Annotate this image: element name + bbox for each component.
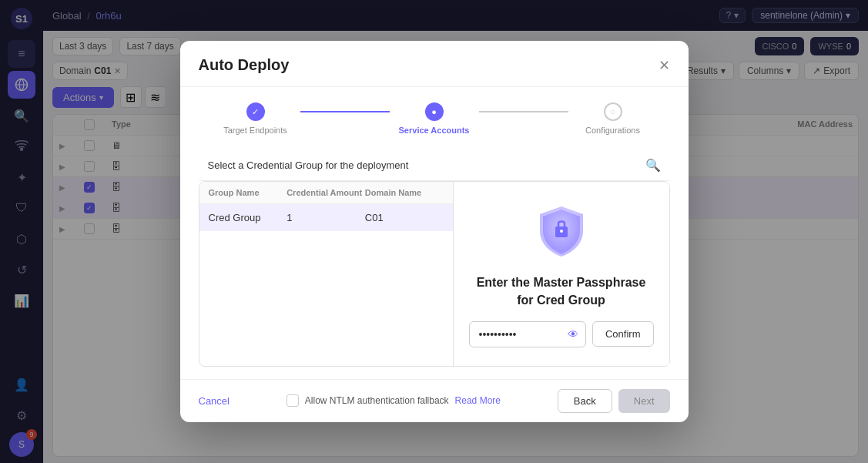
passphrase-title: Enter the Master Passphrase for Cred Gro… <box>469 274 654 309</box>
modal-header: Auto Deploy ✕ <box>180 41 689 87</box>
shield-lock-icon <box>531 200 592 262</box>
cred-group-name: Cred Group <box>209 212 287 223</box>
read-more-link[interactable]: Read More <box>455 395 501 406</box>
cred-amount: 1 <box>287 212 365 223</box>
credentials-section: Group Name Credential Amount Domain Name… <box>199 181 670 367</box>
step-line-1 <box>300 111 390 112</box>
step-2-service-accounts: ● Service Accounts <box>390 102 479 135</box>
next-button: Next <box>618 389 670 413</box>
step-line-2 <box>479 111 568 112</box>
step-1-circle: ✓ <box>246 102 265 121</box>
modal-footer: Cancel Allow NTLM authentication fallbac… <box>180 379 689 422</box>
step-3-label: Configurations <box>585 126 640 135</box>
passphrase-input-row: 👁 Confirm <box>469 321 654 347</box>
back-button[interactable]: Back <box>558 389 612 413</box>
passphrase-input-wrap: 👁 <box>469 321 586 347</box>
creds-table-header: Group Name Credential Amount Domain Name <box>199 182 453 204</box>
step-3-circle: ○ <box>604 102 622 121</box>
cred-domain: C01 <box>365 212 444 223</box>
creds-table: Group Name Credential Amount Domain Name… <box>199 182 454 366</box>
stepper: ✓ Target Endpoints ● Service Accounts ○ … <box>180 87 689 150</box>
select-header-text: Select a Credential Group for the deploy… <box>208 159 409 171</box>
footer-buttons: Back Next <box>558 389 670 413</box>
ntlm-label: Allow NTLM authentication fallback <box>305 395 449 406</box>
cred-group-row[interactable]: Cred Group 1 C01 <box>199 204 453 231</box>
auto-deploy-modal: Auto Deploy ✕ ✓ Target Endpoints ● Servi… <box>180 41 689 422</box>
col-cred-amount: Credential Amount <box>287 188 365 197</box>
cancel-button[interactable]: Cancel <box>199 395 230 407</box>
cred-group-select-header: Select a Credential Group for the deploy… <box>199 150 670 181</box>
modal-backdrop: Auto Deploy ✕ ✓ Target Endpoints ● Servi… <box>0 0 868 463</box>
passphrase-section: Enter the Master Passphrase for Cred Gro… <box>454 182 669 366</box>
modal-close-button[interactable]: ✕ <box>659 59 670 72</box>
search-creds-icon[interactable]: 🔍 <box>645 158 661 173</box>
step-2-label: Service Accounts <box>399 126 470 135</box>
confirm-button[interactable]: Confirm <box>592 321 654 347</box>
modal-body: Select a Credential Group for the deploy… <box>180 150 689 379</box>
ntlm-check-row: Allow NTLM authentication fallback Read … <box>287 394 501 407</box>
toggle-password-icon[interactable]: 👁 <box>568 328 578 341</box>
step-2-circle: ● <box>425 102 444 121</box>
col-group-name: Group Name <box>209 188 287 197</box>
step-1-target-endpoints: ✓ Target Endpoints <box>211 102 300 135</box>
step-3-configurations: ○ Configurations <box>568 102 658 135</box>
step-1-label: Target Endpoints <box>223 126 287 135</box>
col-domain-name: Domain Name <box>365 188 444 197</box>
modal-title: Auto Deploy <box>199 56 290 74</box>
ntlm-checkbox[interactable] <box>287 394 299 407</box>
svg-point-5 <box>560 230 563 233</box>
